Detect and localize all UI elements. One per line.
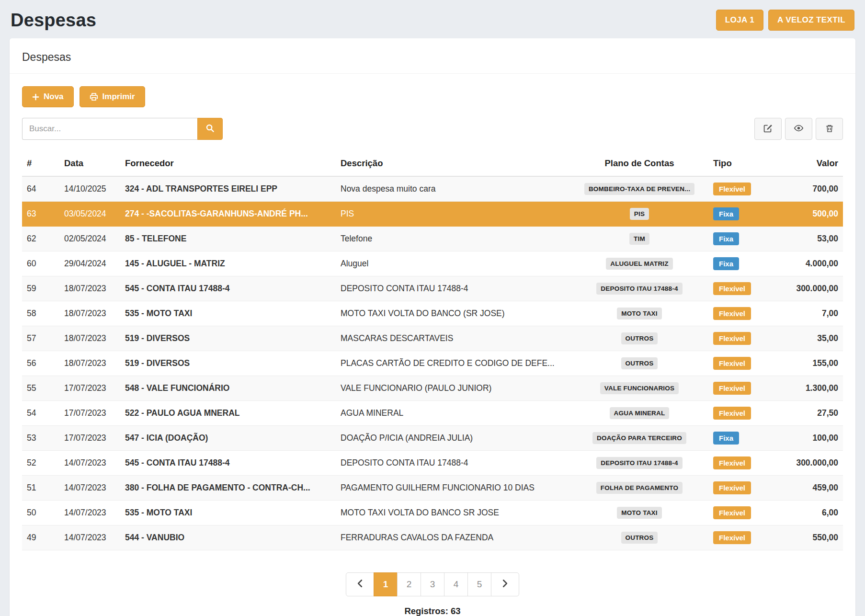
cell-account-plan: FOLHA DE PAGAMENTO bbox=[570, 476, 708, 501]
type-badge: Fixa bbox=[713, 232, 739, 245]
cell-date: 14/07/2023 bbox=[59, 451, 120, 476]
cell-supplier: 519 - DIVERSOS bbox=[120, 326, 336, 351]
cell-supplier: 145 - ALUGUEL - MATRIZ bbox=[120, 251, 336, 276]
search-button[interactable] bbox=[197, 118, 223, 140]
card-body: Nova Imprimir bbox=[10, 74, 855, 616]
table-row[interactable]: 59 18/07/2023 545 - CONTA ITAU 17488-4 D… bbox=[22, 276, 843, 301]
edit-icon bbox=[763, 123, 773, 135]
cell-id: 50 bbox=[22, 501, 59, 525]
type-badge: Flexível bbox=[713, 382, 751, 395]
header-value: Valor bbox=[783, 152, 843, 176]
table-row[interactable]: 60 29/04/2024 145 - ALUGUEL - MATRIZ Alu… bbox=[22, 251, 843, 276]
chevron-right-icon bbox=[502, 579, 508, 590]
company-button[interactable]: A VELOZ TEXTIL bbox=[768, 10, 854, 31]
cell-supplier: 519 - DIVERSOS bbox=[120, 351, 336, 376]
cell-supplier: 545 - CONTA ITAU 17488-4 bbox=[120, 451, 336, 476]
cell-value: 459,00 bbox=[783, 476, 843, 501]
edit-button[interactable] bbox=[754, 118, 782, 140]
search-input[interactable] bbox=[22, 118, 197, 140]
cell-description: Aluguel bbox=[336, 251, 570, 276]
cell-date: 17/07/2023 bbox=[59, 376, 120, 401]
print-button[interactable]: Imprimir bbox=[80, 86, 145, 107]
type-badge: Fixa bbox=[713, 432, 739, 445]
cell-account-plan: MOTO TAXI bbox=[570, 501, 708, 525]
table-row[interactable]: 49 14/07/2023 544 - VANUBIO FERRADURAS C… bbox=[22, 525, 843, 550]
pagination-page-1[interactable]: 1 bbox=[374, 572, 398, 596]
records-count: Registros: 63 bbox=[22, 606, 843, 616]
cell-account-plan: OUTROS bbox=[570, 351, 708, 376]
account-plan-badge: DOAÇÃO PARA TERCEIRO bbox=[592, 432, 686, 444]
cell-account-plan: OUTROS bbox=[570, 326, 708, 351]
cell-account-plan: OUTROS bbox=[570, 525, 708, 550]
cell-type: Fixa bbox=[708, 227, 783, 251]
pagination-page-5[interactable]: 5 bbox=[467, 572, 491, 596]
account-plan-badge: DEPOSITO ITAU 17488-4 bbox=[596, 457, 682, 469]
table-row[interactable]: 58 18/07/2023 535 - MOTO TAXI MOTO TAXI … bbox=[22, 301, 843, 326]
cell-value: 100,00 bbox=[783, 426, 843, 451]
table-row[interactable]: 52 14/07/2023 545 - CONTA ITAU 17488-4 D… bbox=[22, 451, 843, 476]
cell-date: 14/07/2023 bbox=[59, 476, 120, 501]
type-badge: Flexível bbox=[713, 282, 751, 295]
type-badge: Flexível bbox=[713, 183, 751, 195]
cell-date: 18/07/2023 bbox=[59, 351, 120, 376]
cell-supplier: 535 - MOTO TAXI bbox=[120, 301, 336, 326]
trash-icon bbox=[825, 124, 834, 135]
account-plan-badge: VALE FUNCIONARIOS bbox=[600, 382, 679, 394]
cell-account-plan: DOAÇÃO PARA TERCEIRO bbox=[570, 426, 708, 451]
card-title: Despesas bbox=[22, 51, 71, 63]
page-title: Despesas bbox=[11, 10, 96, 31]
cell-type: Flexível bbox=[708, 176, 783, 202]
expense-table-body: 64 14/10/2025 324 - ADL TRANSPORTES EIRE… bbox=[22, 176, 843, 550]
table-row[interactable]: 51 14/07/2023 380 - FOLHA DE PAGAMENTO -… bbox=[22, 476, 843, 501]
header-date: Data bbox=[59, 152, 120, 176]
cell-description: PIS bbox=[336, 202, 570, 227]
header-description: Descrição bbox=[336, 152, 570, 176]
type-badge: Fixa bbox=[713, 257, 739, 270]
table-row[interactable]: 56 18/07/2023 519 - DIVERSOS PLACAS CART… bbox=[22, 351, 843, 376]
new-expense-button[interactable]: Nova bbox=[22, 86, 74, 107]
cell-type: Flexível bbox=[708, 525, 783, 550]
table-row[interactable]: 54 17/07/2023 522 - PAULO AGUA MNERAL AG… bbox=[22, 401, 843, 426]
page: Despesas LOJA 1 A VELOZ TEXTIL Despesas … bbox=[0, 0, 865, 616]
cell-supplier: 324 - ADL TRANSPORTES EIRELI EPP bbox=[120, 176, 336, 202]
table-row[interactable]: 50 14/07/2023 535 - MOTO TAXI MOTO TAXI … bbox=[22, 501, 843, 525]
account-plan-badge: OUTROS bbox=[621, 357, 658, 369]
table-row[interactable]: 55 17/07/2023 548 - VALE FUNCIONÁRIO VAL… bbox=[22, 376, 843, 401]
view-button[interactable] bbox=[785, 118, 812, 140]
cell-type: Flexível bbox=[708, 501, 783, 525]
cell-date: 18/07/2023 bbox=[59, 276, 120, 301]
pagination-prev-button[interactable] bbox=[346, 572, 374, 596]
table-row[interactable]: 62 02/05/2024 85 - TELEFONE Telefone TIM… bbox=[22, 227, 843, 251]
search-group bbox=[22, 118, 223, 140]
delete-button[interactable] bbox=[816, 118, 843, 140]
cell-date: 03/05/2024 bbox=[59, 202, 120, 227]
pagination-page-3[interactable]: 3 bbox=[421, 572, 444, 596]
cell-description: DEPOSITO CONTA ITAU 17488-4 bbox=[336, 276, 570, 301]
cell-id: 63 bbox=[22, 202, 59, 227]
search-row bbox=[22, 118, 843, 140]
cell-id: 52 bbox=[22, 451, 59, 476]
table-row[interactable]: 53 17/07/2023 547 - ICIA (DOAÇÃO) DOAÇÃO… bbox=[22, 426, 843, 451]
table-row[interactable]: 63 03/05/2024 274 - -SACOLITAS-GARANHUNS… bbox=[22, 202, 843, 227]
cell-value: 500,00 bbox=[783, 202, 843, 227]
cell-id: 58 bbox=[22, 301, 59, 326]
account-plan-badge: DEPOSITO ITAU 17488-4 bbox=[596, 283, 682, 295]
pagination-next-button[interactable] bbox=[491, 572, 519, 596]
cell-description: MOTO TAXI VOLTA DO BANCO SR JOSE bbox=[336, 501, 570, 525]
actions-row: Nova Imprimir bbox=[22, 86, 843, 107]
pagination-page-4[interactable]: 4 bbox=[444, 572, 468, 596]
cell-date: 29/04/2024 bbox=[59, 251, 120, 276]
cell-supplier: 545 - CONTA ITAU 17488-4 bbox=[120, 276, 336, 301]
cell-date: 18/07/2023 bbox=[59, 326, 120, 351]
store-button[interactable]: LOJA 1 bbox=[716, 10, 763, 31]
table-row[interactable]: 57 18/07/2023 519 - DIVERSOS MASCARAS DE… bbox=[22, 326, 843, 351]
header-id: # bbox=[22, 152, 59, 176]
header-supplier: Fornecedor bbox=[120, 152, 336, 176]
cell-date: 17/07/2023 bbox=[59, 426, 120, 451]
table-row[interactable]: 64 14/10/2025 324 - ADL TRANSPORTES EIRE… bbox=[22, 176, 843, 202]
pagination-page-2[interactable]: 2 bbox=[397, 572, 421, 596]
type-badge: Flexível bbox=[713, 481, 751, 494]
cell-description: Nova despesa muito cara bbox=[336, 176, 570, 202]
cell-id: 64 bbox=[22, 176, 59, 202]
cell-id: 49 bbox=[22, 525, 59, 550]
